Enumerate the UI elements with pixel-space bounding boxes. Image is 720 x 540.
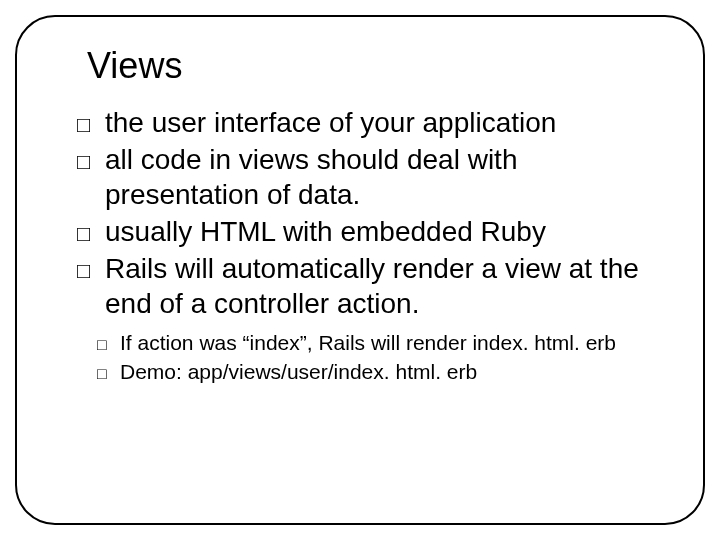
bullet-item: all code in views should deal with prese…	[77, 142, 663, 212]
bullet-list: the user interface of your application a…	[77, 105, 663, 321]
bullet-item: usually HTML with embedded Ruby	[77, 214, 663, 249]
slide-frame: Views the user interface of your applica…	[15, 15, 705, 525]
bullet-item: the user interface of your application	[77, 105, 663, 140]
bullet-item: Rails will automatically render a view a…	[77, 251, 663, 321]
sub-bullet-item: If action was “index”, Rails will render…	[97, 329, 663, 356]
sub-bullet-item: Demo: app/views/user/index. html. erb	[97, 358, 663, 385]
slide-title: Views	[87, 45, 663, 87]
sub-bullet-list: If action was “index”, Rails will render…	[97, 329, 663, 386]
